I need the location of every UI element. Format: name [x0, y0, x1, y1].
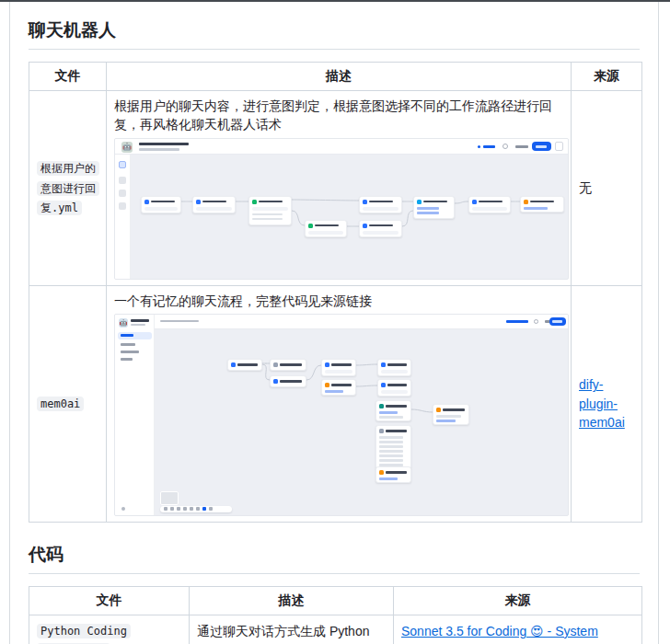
- workflow-node: [359, 196, 402, 214]
- node-header: [196, 199, 232, 205]
- workflow-node: [270, 375, 306, 387]
- node-title-bar: [387, 384, 407, 386]
- app-title-bar: [139, 143, 189, 146]
- source-cell: Sonnet 3.5 for Coding 😍 - System Prompt: [394, 615, 642, 644]
- node-title-bar: [315, 224, 339, 227]
- description-text: 通过聊天对话方式生成 Python 代码: [197, 624, 369, 644]
- node-type-icon: [417, 200, 422, 204]
- sidebar-tools-icon: [119, 190, 126, 197]
- source-link-sonnet-prompt[interactable]: Sonnet 3.5 for Coding 😍 - System Prompt: [401, 624, 598, 644]
- node-title-bar: [331, 384, 352, 386]
- node-header: [379, 469, 408, 476]
- node-header: [381, 382, 408, 388]
- publish-button: [549, 317, 566, 326]
- node-bar-row: [379, 459, 403, 462]
- run-label-bar: [483, 145, 495, 148]
- workflow-node: [227, 359, 262, 371]
- description-cell: 一个有记忆的聊天流程，完整代码见来源链接 🤖: [107, 285, 572, 522]
- node-type-icon: [379, 429, 384, 433]
- source-cell: dify-plugin-mem0ai: [572, 285, 642, 522]
- node-type-icon: [196, 200, 201, 204]
- workflow1-sidebar: [115, 155, 131, 279]
- source-link-mem0ai[interactable]: dify-plugin-mem0ai: [579, 377, 625, 430]
- workflow-edges: [115, 315, 568, 515]
- content-frame: 聊天机器人 文件 描述 来源 根据用户的意图进行回复.yml 根据用户的聊天内容…: [9, 2, 659, 644]
- table-header-row: 文件 描述 来源: [29, 63, 642, 91]
- node-header: [144, 199, 178, 205]
- workflow-screenshot-intent[interactable]: 🤖: [114, 138, 569, 280]
- node-type-icon: [273, 379, 278, 384]
- col-header-source: 来源: [572, 63, 642, 91]
- node-type-icon: [273, 362, 278, 367]
- toolbar-icon: [190, 507, 193, 511]
- toolbar-icon: [177, 507, 180, 511]
- node-bar-row: [252, 218, 283, 221]
- node-title-bar: [423, 201, 447, 203]
- node-title-bar: [237, 363, 258, 366]
- col-header-file: 文件: [29, 63, 107, 91]
- workflow-node: [375, 400, 411, 421]
- description-text: 根据用户的聊天内容，进行意图判定，根据意图选择不同的工作流路径进行回复，再风格化…: [114, 98, 552, 132]
- workflow-screenshot-mem0ai[interactable]: 🤖: [114, 314, 569, 516]
- node-pill-row: [472, 207, 507, 212]
- node-header: [379, 403, 408, 409]
- node-type-icon: [325, 383, 329, 387]
- nav-label-bar: [121, 334, 133, 337]
- workflow-node: [413, 196, 455, 219]
- description-cell: 通过聊天对话方式生成 Python 代码: [190, 615, 394, 644]
- file-cell: 根据用户的意图进行回复.yml: [29, 91, 107, 286]
- node-blue-row: [325, 390, 343, 393]
- canvas-toolbar: [160, 506, 232, 512]
- node-pill-row: [252, 207, 288, 212]
- node-header: [379, 428, 408, 434]
- node-title-bar: [369, 201, 393, 203]
- node-header: [308, 223, 343, 229]
- nav-item-logs: [121, 351, 139, 353]
- node-header: [252, 199, 288, 205]
- node-pill-row: [363, 207, 399, 212]
- settings-icon: [534, 319, 538, 324]
- app-icon: 🤖: [119, 318, 128, 328]
- workflow1-header: 🤖: [115, 139, 568, 155]
- canvas-minimap: [160, 491, 179, 505]
- node-type-icon: [308, 224, 313, 228]
- node-pill-row: [196, 207, 232, 212]
- node-bar-row: [379, 441, 403, 443]
- workflow-node: [359, 220, 402, 238]
- node-title-bar: [331, 363, 352, 366]
- node-type-icon: [524, 200, 528, 204]
- sidebar-logs-icon: [119, 177, 126, 184]
- file-name-code: mem0ai: [37, 397, 84, 411]
- settings-icon: [502, 144, 508, 149]
- file-cell: mem0ai: [29, 285, 107, 522]
- app-subtitle-bar: [131, 324, 145, 326]
- node-pill-row: [144, 207, 178, 212]
- workflow2-header: [155, 315, 568, 329]
- node-type-icon: [379, 404, 384, 408]
- node-title-bar: [386, 405, 407, 408]
- description-text: 一个有记忆的聊天流程，完整代码见来源链接: [114, 293, 372, 308]
- node-header: [325, 362, 352, 368]
- node-type-icon: [231, 362, 236, 367]
- workflow-node: [433, 404, 469, 425]
- node-bar-row: [436, 415, 461, 418]
- node-blue-row: [524, 207, 548, 210]
- node-title-bar: [443, 408, 465, 411]
- node-bar-row: [379, 436, 403, 439]
- node-title-bar: [280, 363, 302, 366]
- toolbar-icon: [196, 507, 200, 511]
- workflow-node: [305, 220, 347, 238]
- nav-item-api: [121, 343, 135, 346]
- chatbot-table: 文件 描述 来源 根据用户的意图进行回复.yml 根据用户的聊天内容，进行意图判…: [29, 62, 642, 523]
- node-title-bar: [386, 471, 407, 474]
- node-header: [524, 199, 560, 205]
- node-header: [363, 223, 399, 229]
- node-header: [381, 362, 408, 368]
- node-blue-row: [417, 207, 439, 210]
- workflow-node: [141, 196, 181, 214]
- workflow-node: [321, 379, 356, 396]
- node-header: [363, 199, 399, 205]
- node-type-icon: [472, 200, 477, 204]
- file-name-code: Python Coding Prompt.yml: [37, 624, 131, 644]
- node-title-bar: [259, 201, 283, 203]
